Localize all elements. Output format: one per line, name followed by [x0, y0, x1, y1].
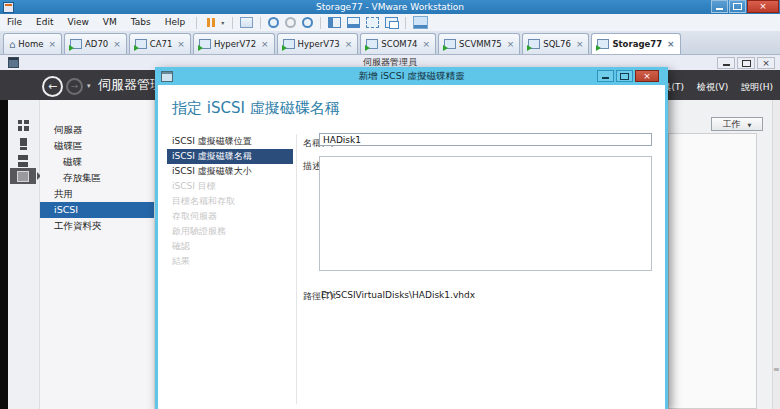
vertical-scrollbar[interactable]: [772, 100, 780, 409]
wizard-maximize-button[interactable]: [616, 70, 633, 82]
tab-close-icon[interactable]: [345, 40, 353, 49]
menu-vm[interactable]: VM: [96, 15, 124, 30]
tab-hyperv73[interactable]: HyperV73: [277, 33, 359, 54]
menu-help[interactable]: Help: [158, 15, 193, 30]
wizard-separator: [296, 134, 297, 404]
revert-snapshot-button: [285, 17, 296, 28]
nav-item-work-folders[interactable]: 工作資料夾: [40, 218, 154, 234]
nav-item-iscsi[interactable]: iSCSI: [40, 202, 154, 218]
tab-scvmm75[interactable]: SCVMM75: [438, 33, 520, 54]
tab-close-icon[interactable]: [48, 40, 56, 49]
vm-monitor-icon: [528, 39, 540, 49]
nav-history-dropdown-icon[interactable]: ▾: [87, 82, 91, 90]
nav-item-disks[interactable]: 磁碟: [40, 154, 154, 170]
sm-maximize-button[interactable]: [737, 57, 755, 69]
step-access-servers: 存取伺服器: [167, 209, 293, 224]
iscsi-detail-panel: [668, 133, 757, 409]
vmware-window-title: Storage77 - VMware Workstation: [0, 0, 780, 14]
vm-monitor-icon: [366, 39, 378, 49]
tab-hyperv72[interactable]: HyperV72: [193, 33, 275, 54]
unity-mode-button[interactable]: [385, 17, 398, 28]
step-confirmation: 確認: [167, 239, 293, 254]
show-thumbnail-bar-button[interactable]: [347, 17, 360, 28]
snapshot-manager-button[interactable]: [302, 17, 313, 28]
tab-ad70[interactable]: AD70: [64, 33, 127, 54]
tab-close-icon[interactable]: [113, 40, 121, 49]
tasks-dropdown-button[interactable]: 工作: [711, 117, 763, 131]
toolbar-separator: [405, 17, 406, 29]
vm-monitor-icon: [597, 39, 609, 49]
vmware-close-button[interactable]: [747, 0, 779, 13]
vmware-maximize-button[interactable]: [729, 0, 746, 13]
nav-item-storage-pools[interactable]: 存放集區: [40, 170, 154, 186]
step-disk-size[interactable]: iSCSI 虛擬磁碟大小: [167, 164, 293, 179]
menu-view[interactable]: View: [61, 15, 96, 30]
scrollbar-grip-icon[interactable]: [773, 366, 779, 374]
step-target-name-access: 目標名稱和存取: [167, 194, 293, 209]
home-icon: [9, 39, 18, 50]
tab-storage77[interactable]: Storage77: [591, 33, 680, 54]
toolbar-separator: [232, 17, 233, 29]
minimize-icon: [716, 8, 723, 10]
step-enable-authentication: 啟用驗證服務: [167, 224, 293, 239]
nav-item-servers[interactable]: 伺服器: [40, 122, 154, 138]
sm-close-button[interactable]: [757, 57, 775, 69]
tab-close-icon[interactable]: [507, 40, 515, 49]
toolbar-separator: [320, 17, 321, 29]
step-disk-location[interactable]: iSCSI 虛擬磁碟位置: [167, 134, 293, 149]
maximize-icon: [620, 73, 629, 80]
menu-file[interactable]: File: [0, 15, 29, 30]
minimize-icon: [602, 77, 609, 79]
tab-close-icon[interactable]: [423, 40, 431, 49]
all-servers-icon[interactable]: [18, 155, 28, 160]
disk-name-input[interactable]: [319, 133, 652, 146]
tab-sql76[interactable]: SQL76: [522, 33, 589, 54]
power-dropdown-icon[interactable]: ▾: [221, 19, 224, 26]
console-view-button[interactable]: [413, 16, 428, 29]
wizard-minimize-button[interactable]: [597, 70, 614, 82]
step-disk-name[interactable]: iSCSI 虛擬磁碟名稱: [167, 149, 293, 164]
description-textarea[interactable]: [319, 156, 652, 271]
local-server-icon[interactable]: [20, 138, 27, 150]
server-manager-nav: 伺服器 磁碟區 磁碟 存放集區 共用 iSCSI 工作資料夾: [40, 100, 155, 409]
vm-monitor-icon: [283, 39, 295, 49]
vmware-minimize-button[interactable]: [711, 0, 728, 13]
fullscreen-button[interactable]: [366, 17, 379, 28]
menu-tabs[interactable]: Tabs: [124, 15, 158, 30]
path-value: E:\iSCSIVirtualDisks\HADisk1.vhdx: [321, 290, 475, 300]
show-library-button[interactable]: [328, 17, 341, 28]
pause-vm-button[interactable]: [207, 18, 215, 27]
step-iscsi-target: iSCSI 目標: [167, 179, 293, 194]
wizard-heading: 指定 iSCSI 虛擬磁碟名稱: [172, 99, 340, 118]
nav-item-volumes[interactable]: 磁碟區: [40, 138, 154, 154]
menu-view-sm[interactable]: 檢視(V): [697, 81, 728, 94]
file-storage-services-icon[interactable]: [10, 168, 36, 184]
vmware-titlebar: Storage77 - VMware Workstation: [0, 0, 780, 14]
menu-help-sm[interactable]: 說明(H): [741, 81, 773, 94]
wizard-close-button[interactable]: [635, 70, 659, 82]
tab-close-icon[interactable]: [177, 40, 185, 49]
tab-close-icon[interactable]: [667, 40, 675, 49]
vmware-menubar: File Edit View VM Tabs Help ▾: [0, 14, 780, 32]
tab-scom74[interactable]: SCOM74: [360, 33, 436, 54]
sm-minimize-button[interactable]: [717, 57, 735, 69]
vmware-tabbar: Home AD70 CA71 HyperV72 HyperV73 SCOM74: [0, 31, 780, 55]
wizard-title: 新增 iSCSI 虛擬磁碟精靈: [155, 67, 668, 85]
dashboard-icon[interactable]: [18, 120, 29, 131]
vm-monitor-icon: [444, 39, 456, 49]
tab-ca71[interactable]: CA71: [129, 33, 191, 54]
maximize-icon: [733, 3, 742, 10]
tab-close-icon[interactable]: [576, 40, 584, 49]
chevron-down-icon: [748, 119, 752, 129]
tab-home[interactable]: Home: [3, 33, 62, 54]
tab-close-icon[interactable]: [261, 40, 269, 49]
send-ctrl-alt-del-button[interactable]: [240, 17, 253, 28]
nav-item-shares[interactable]: 共用: [40, 186, 154, 202]
back-button[interactable]: [42, 76, 63, 97]
wizard-steps: iSCSI 虛擬磁碟位置 iSCSI 虛擬磁碟名稱 iSCSI 虛擬磁碟大小 i…: [167, 134, 293, 269]
take-snapshot-button[interactable]: [268, 17, 279, 28]
step-results: 結果: [167, 254, 293, 269]
vm-monitor-icon: [70, 39, 82, 49]
vm-monitor-icon: [199, 39, 211, 49]
menu-edit[interactable]: Edit: [29, 15, 60, 30]
